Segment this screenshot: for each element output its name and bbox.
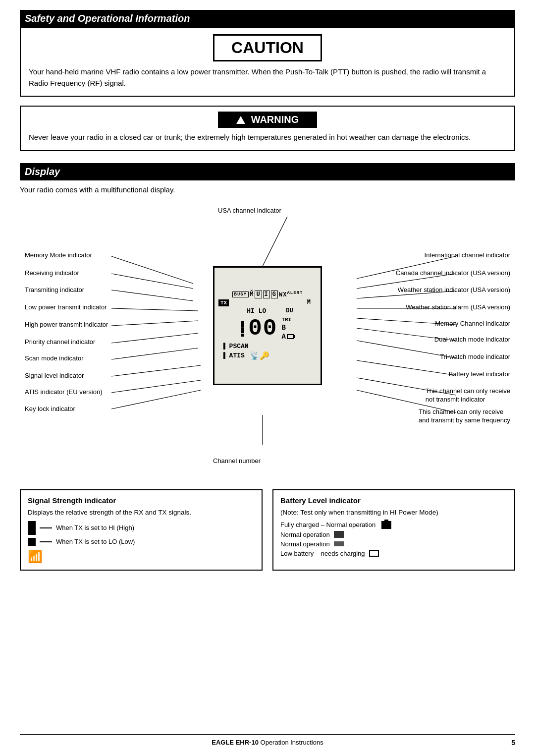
svg-line-10: [111, 390, 201, 409]
caution-label: CAUTION: [213, 34, 322, 61]
label-receive-only: This channel can only receivenot transmi…: [426, 387, 510, 404]
bat-label-1: Fully charged – Normal operation: [280, 521, 375, 528]
battery-visual: Fully charged – Normal operation Normal …: [280, 521, 507, 557]
right-indicators: TRI B A: [281, 317, 293, 341]
display-title: Display: [25, 166, 60, 177]
channel-number-label: Channel number: [213, 457, 261, 465]
bar2-row: When TX is set to LO (Low): [28, 538, 135, 546]
display-diagram: USA channel indicator Memory Mode indica…: [20, 202, 515, 479]
warning-label: WARNING: [218, 112, 317, 128]
svg-line-1: [111, 256, 193, 284]
busy-indicator: BUSY: [232, 291, 249, 297]
label-canada-channel: Canada channel indicator (USA version): [396, 269, 510, 277]
warning-triangle-icon: [236, 116, 245, 124]
battery-level-note: (Note: Test only when transmitting in HI…: [280, 509, 507, 516]
label-priority: Priority channel indicator: [25, 338, 95, 346]
bat-row-3: Normal operation: [280, 540, 507, 548]
display-section: Your radio comes with a multifunctional …: [20, 185, 515, 571]
usa-channel-label: USA channel indicator: [218, 207, 281, 214]
section-header: Safety and Operational Information: [20, 10, 515, 27]
svg-line-18: [357, 360, 456, 375]
tx-indicator: TX: [218, 299, 229, 306]
bar1-row: When TX is set to HI (High): [28, 521, 134, 535]
antenna-glyph: 📶: [28, 550, 43, 564]
label-dual-watch: Dual watch mode indicator: [434, 336, 510, 343]
signal-strength-text: Displays the relative strength of the RX…: [28, 509, 255, 516]
lo-label: When TX is set to LO (Low): [56, 538, 135, 545]
svg-line-0: [263, 217, 287, 266]
bat-3q-icon: [334, 531, 344, 538]
bat-nub: [384, 520, 388, 521]
signal-bars-section: When TX is set to HI (High) When TX is s…: [28, 521, 255, 564]
label-signal-level: Signal level indicator: [25, 372, 84, 379]
svg-line-9: [111, 380, 201, 393]
label-battery-level: Battery level indicator: [449, 370, 510, 378]
c-indicator: G: [271, 291, 278, 298]
bat-full-icon: [381, 521, 391, 529]
caution-text: Your hand-held marine VHF radio contains…: [21, 66, 514, 96]
label-transmitting: Transmiting indicator: [25, 286, 84, 293]
label-key-lock: Key lock indicator: [25, 405, 75, 412]
antenna-key-icons: 📡🔑: [250, 351, 269, 361]
lcd-display: BUSY M̌ U I G WXALERT TX M HI LO DU: [213, 266, 322, 385]
label-low-power: Low power transmit indicator: [25, 303, 107, 311]
atis-indicator-display: ▐ ATIS: [221, 352, 245, 359]
u-indicator: U: [255, 291, 262, 298]
svg-line-5: [111, 321, 198, 326]
svg-line-6: [111, 333, 198, 343]
hi-label: When TX is set to HI (High): [56, 524, 134, 531]
hi-line: [40, 527, 52, 528]
bat-label-4: Low battery – needs charging: [280, 550, 365, 557]
display-section-header: Display: [20, 163, 515, 180]
bat-row-1: Fully charged – Normal operation: [280, 521, 507, 529]
bat-half-icon: [334, 541, 344, 546]
caution-box: CAUTION Your hand-held marine VHF radio …: [20, 27, 515, 97]
bat-label-2: Normal operation: [280, 531, 330, 538]
label-weather-station: Weather station indicator (USA version): [398, 286, 510, 293]
priority-bar: ▐ PSCAN: [221, 343, 249, 350]
battery-level-box: Battery Level indicator (Note: Test only…: [272, 489, 515, 571]
svg-line-8: [111, 365, 201, 376]
signal-strength-box: Signal Strength indicator Displays the r…: [20, 489, 263, 571]
header-title: Safety and Operational Information: [25, 13, 190, 24]
footer-page-number: 5: [511, 739, 515, 747]
label-receive-transmit: This channel can only receiveand transmi…: [419, 407, 510, 425]
bottom-info-boxes: Signal Strength indicator Displays the r…: [20, 489, 515, 571]
label-intl-channel: International channel indicator: [425, 251, 510, 259]
label-memory-channel: Memory Channel indicator: [435, 320, 510, 327]
hilo-indicator: HI LO: [247, 307, 266, 315]
label-tri-watch: Tri-watch mode indicator: [440, 353, 510, 360]
hi-bar: [28, 521, 36, 535]
m-check-icon: M̌: [250, 291, 254, 298]
lo-bar: [28, 538, 36, 546]
svg-line-3: [111, 290, 193, 301]
svg-line-4: [111, 308, 198, 311]
label-high-power: High power transmit indicator: [25, 321, 108, 328]
label-receiving: Receiving indicator: [25, 269, 79, 277]
lo-line: [40, 541, 52, 542]
footer-text: EAGLE EHR-10 Operation Instructions: [212, 739, 323, 746]
bat-label-3: Normal operation: [280, 540, 330, 548]
bat-row-2: Normal operation: [280, 531, 507, 538]
signal-visual: When TX is set to HI (High) When TX is s…: [28, 521, 135, 564]
big-digits: 00: [248, 316, 277, 342]
label-weather-alarm: Weather station alarm (USA version): [406, 303, 510, 311]
bat-row-4: Low battery – needs charging: [280, 550, 507, 557]
bat-empty-icon: [369, 550, 379, 557]
battery-level-title: Battery Level indicator: [280, 496, 507, 505]
warning-text: Never leave your radio in a closed car o…: [21, 132, 514, 150]
svg-line-7: [111, 348, 198, 359]
warning-box: WARNING Never leave your radio in a clos…: [20, 106, 515, 151]
signal-bars-display: [241, 321, 244, 337]
i-indicator: I: [263, 291, 270, 298]
display-intro: Your radio comes with a multifunctional …: [20, 185, 515, 194]
wx-alert-indicator: WXALERT: [279, 291, 303, 298]
page-footer: EAGLE EHR-10 Operation Instructions 5: [20, 734, 515, 746]
bat-block-full: [381, 521, 391, 529]
m-right-indicator: M: [307, 299, 311, 306]
label-atis: ATIS indicator (EU version): [25, 388, 103, 396]
svg-line-2: [111, 274, 193, 289]
label-scan-mode: Scan mode indicator: [25, 354, 84, 362]
du-indicator: DU: [286, 307, 293, 314]
signal-strength-title: Signal Strength indicator: [28, 496, 255, 505]
